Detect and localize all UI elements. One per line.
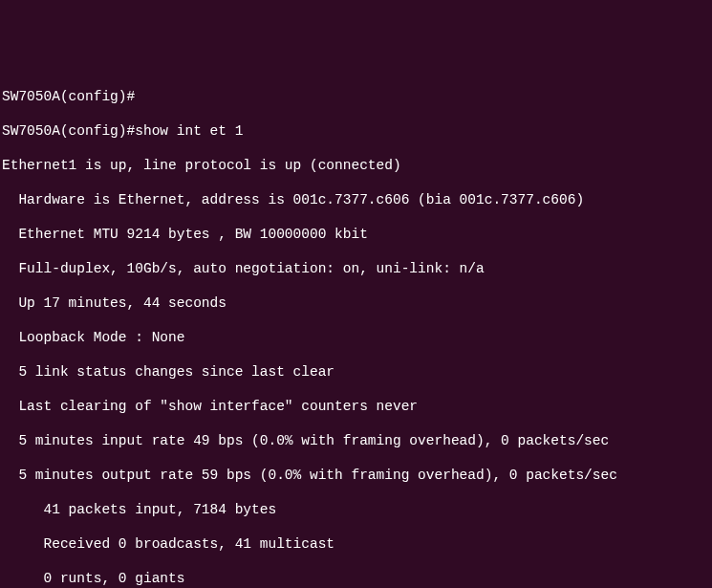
prompt-line: SW7050A(config)# — [2, 88, 712, 105]
terminal-output: SW7050A(config)# SW7050A(config)#show in… — [0, 69, 712, 588]
output-line: 0 runts, 0 giants — [2, 570, 712, 587]
command-line: SW7050A(config)#show int et 1 — [2, 122, 712, 140]
output-line: Up 17 minutes, 44 seconds — [2, 294, 712, 312]
output-line: Ethernet MTU 9214 bytes , BW 10000000 kb… — [2, 226, 712, 243]
output-line: Hardware is Ethernet, address is 001c.73… — [2, 191, 712, 208]
output-line: Last clearing of "show interface" counte… — [2, 398, 712, 415]
output-line: 5 minutes input rate 49 bps (0.0% with f… — [2, 432, 712, 449]
output-line: Loopback Mode : None — [2, 329, 712, 346]
output-line: 41 packets input, 7184 bytes — [2, 501, 712, 518]
output-line: Received 0 broadcasts, 41 multicast — [2, 535, 712, 553]
output-line: Full-duplex, 10Gb/s, auto negotiation: o… — [2, 260, 712, 277]
output-line: 5 minutes output rate 59 bps (0.0% with … — [2, 467, 712, 484]
output-line: 5 link status changes since last clear — [2, 363, 712, 381]
output-line: Ethernet1 is up, line protocol is up (co… — [2, 157, 712, 174]
